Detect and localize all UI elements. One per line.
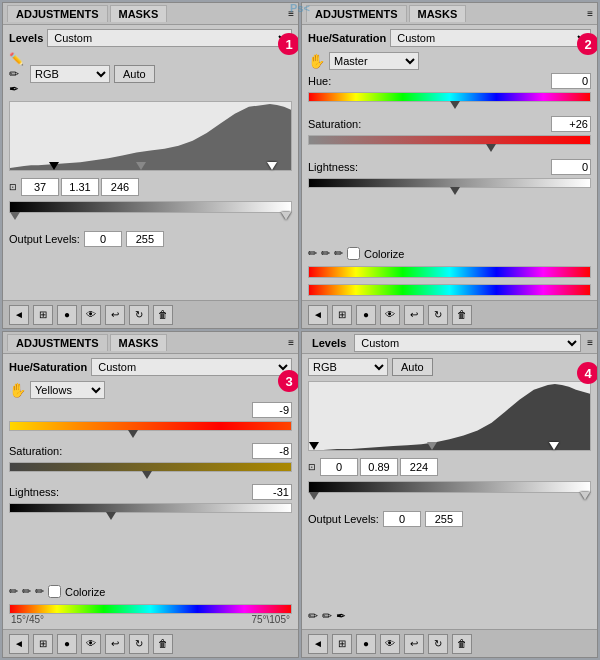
panel2-tab-adjustments[interactable]: ADJUSTMENTS xyxy=(306,5,407,22)
panel4-shadow-input[interactable] xyxy=(320,458,358,476)
panel2-sat-input[interactable] xyxy=(551,116,591,132)
p2-light-thumb[interactable] xyxy=(450,187,460,195)
p2-tool-prev[interactable]: ◄ xyxy=(308,305,328,325)
p3-tool-undo[interactable]: ↩ xyxy=(105,634,125,654)
eyedropper2[interactable]: ✏ xyxy=(9,67,24,81)
p1-tool-eye[interactable]: 👁 xyxy=(81,305,101,325)
p4-out-high-thumb[interactable] xyxy=(580,492,590,500)
panel3-sat-input[interactable] xyxy=(252,443,292,459)
p2-tool-circle[interactable]: ● xyxy=(356,305,376,325)
p3-tool-prev[interactable]: ◄ xyxy=(9,634,29,654)
panel1-channel-select[interactable]: RGB xyxy=(30,65,110,83)
p2-tool-grid[interactable]: ⊞ xyxy=(332,305,352,325)
p3-tool-circle[interactable]: ● xyxy=(57,634,77,654)
panel4-preset-select[interactable]: Custom xyxy=(354,334,581,352)
panel2-light-input[interactable] xyxy=(551,159,591,175)
p2-hue-thumb[interactable] xyxy=(450,101,460,109)
p1-tool-redo[interactable]: ↻ xyxy=(129,305,149,325)
panel4-channel-select[interactable]: RGB xyxy=(308,358,388,376)
panel4-out-shadow-input[interactable] xyxy=(383,511,421,527)
p2-tool-delete[interactable]: 🗑 xyxy=(452,305,472,325)
panel2-channel-select[interactable]: Master xyxy=(329,52,419,70)
panel4-mid-input[interactable] xyxy=(360,458,398,476)
panel2-colorize-checkbox[interactable] xyxy=(347,247,360,260)
p4-shadow-thumb[interactable] xyxy=(309,442,319,450)
p2-tool-undo[interactable]: ↩ xyxy=(404,305,424,325)
p2-sat-thumb[interactable] xyxy=(486,144,496,152)
p4-tool-circle[interactable]: ● xyxy=(356,634,376,654)
p2-tool-eye[interactable]: 👁 xyxy=(380,305,400,325)
p1-out-shadow-thumb[interactable] xyxy=(10,212,20,220)
panel3-hue-input[interactable] xyxy=(252,402,292,418)
panel4-output-label: Output Levels: xyxy=(308,513,379,525)
p4-eyedrop3[interactable]: ✒ xyxy=(336,609,346,623)
panel2-hand-icon[interactable]: ✋ xyxy=(308,53,325,69)
p3-tool-grid[interactable]: ⊞ xyxy=(33,634,53,654)
panel2-preset-select[interactable]: Custom xyxy=(390,29,591,47)
panel4-auto-btn[interactable]: Auto xyxy=(392,358,433,376)
panel3-light-input[interactable] xyxy=(252,484,292,500)
panel1-menu-icon[interactable]: ≡ xyxy=(288,8,294,19)
p1-high-thumb[interactable] xyxy=(267,162,277,170)
panel1-out-high-input[interactable] xyxy=(126,231,164,247)
panel2-tab-masks[interactable]: MASKS xyxy=(409,5,467,22)
p1-tool-delete[interactable]: 🗑 xyxy=(153,305,173,325)
panel1-shadow-input[interactable] xyxy=(21,178,59,196)
eyedropper1[interactable]: ✏️ xyxy=(9,52,24,66)
panel1-auto-btn[interactable]: Auto xyxy=(114,65,155,83)
p4-tool-undo[interactable]: ↩ xyxy=(404,634,424,654)
p1-shadow-thumb[interactable] xyxy=(49,162,59,170)
p4-tool-grid[interactable]: ⊞ xyxy=(332,634,352,654)
panel1-out-shadow-input[interactable] xyxy=(84,231,122,247)
panel3-colorize-checkbox[interactable] xyxy=(48,585,61,598)
p1-mid-thumb[interactable] xyxy=(136,162,146,170)
panel2-hue-input[interactable] xyxy=(551,73,591,89)
p2-tool-redo[interactable]: ↻ xyxy=(428,305,448,325)
p2-eyedrop1[interactable]: ✏ xyxy=(308,247,317,260)
p1-tool-prev[interactable]: ◄ xyxy=(9,305,29,325)
p4-tool-delete[interactable]: 🗑 xyxy=(452,634,472,654)
panel3-preset-select[interactable]: Custom xyxy=(91,358,292,376)
p3-tool-redo[interactable]: ↻ xyxy=(129,634,149,654)
p3-sat-thumb[interactable] xyxy=(142,471,152,479)
eyedropper3[interactable]: ✒ xyxy=(9,82,24,96)
p1-tool-circle[interactable]: ● xyxy=(57,305,77,325)
p2-eyedrop2[interactable]: ✏ xyxy=(321,247,330,260)
p1-out-high-thumb[interactable] xyxy=(281,212,291,220)
p4-eyedrop2[interactable]: ✏ xyxy=(322,609,332,623)
p4-eyedrop1[interactable]: ✏ xyxy=(308,609,318,623)
panel1-tab-adjustments[interactable]: ADJUSTMENTS xyxy=(7,5,108,22)
panel3-menu-icon[interactable]: ≡ xyxy=(288,337,294,348)
p3-eyedrop3[interactable]: ✏ xyxy=(35,585,44,598)
panel1-histogram xyxy=(9,101,292,171)
p3-light-thumb[interactable] xyxy=(106,512,116,520)
panel1-high-input[interactable] xyxy=(101,178,139,196)
p4-levels-icon: ⊡ xyxy=(308,462,316,472)
p3-hue-thumb[interactable] xyxy=(128,430,138,438)
p3-tool-delete[interactable]: 🗑 xyxy=(153,634,173,654)
panel4-high-input[interactable] xyxy=(400,458,438,476)
p3-eyedrop2[interactable]: ✏ xyxy=(22,585,31,598)
panel1-mid-input[interactable] xyxy=(61,178,99,196)
p1-tool-undo[interactable]: ↩ xyxy=(105,305,125,325)
p2-eyedrop3[interactable]: ✏ xyxy=(334,247,343,260)
p4-tool-prev[interactable]: ◄ xyxy=(308,634,328,654)
panel2-menu-icon[interactable]: ≡ xyxy=(587,8,593,19)
badge-1: 1 xyxy=(278,33,299,55)
p3-eyedrop1[interactable]: ✏ xyxy=(9,585,18,598)
p3-tool-eye[interactable]: 👁 xyxy=(81,634,101,654)
p4-tool-eye[interactable]: 👁 xyxy=(380,634,400,654)
panel3-hand-icon[interactable]: ✋ xyxy=(9,382,26,398)
p4-out-shadow-thumb[interactable] xyxy=(309,492,319,500)
p4-mid-thumb[interactable] xyxy=(427,442,437,450)
p1-tool-grid[interactable]: ⊞ xyxy=(33,305,53,325)
p4-high-thumb[interactable] xyxy=(549,442,559,450)
panel3-channel-select[interactable]: Yellows xyxy=(30,381,105,399)
panel3-tab-masks[interactable]: MASKS xyxy=(110,334,168,351)
panel4-menu-icon[interactable]: ≡ xyxy=(587,337,593,348)
panel3-tab-adjustments[interactable]: ADJUSTMENTS xyxy=(7,334,108,351)
p4-tool-redo[interactable]: ↻ xyxy=(428,634,448,654)
panel1-preset-select[interactable]: Custom xyxy=(47,29,292,47)
panel1-tab-masks[interactable]: MASKS xyxy=(110,5,168,22)
panel4-out-high-input[interactable] xyxy=(425,511,463,527)
